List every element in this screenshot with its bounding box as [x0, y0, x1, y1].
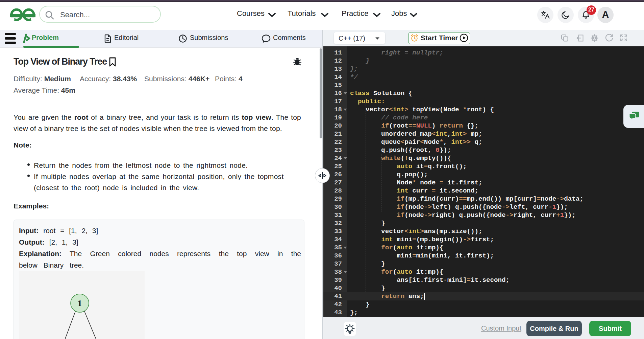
svg-text:1: 1	[78, 298, 82, 308]
